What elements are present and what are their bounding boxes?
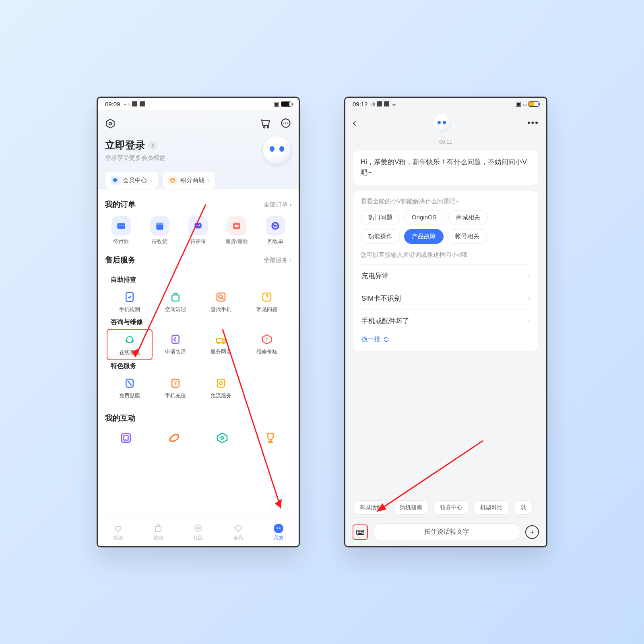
topic-5[interactable]: 帐号相关 — [448, 229, 487, 244]
svg-rect-33 — [218, 379, 225, 387]
order-pending-ship[interactable]: 待收货 — [140, 214, 179, 248]
svc-free-data[interactable]: 免流服务 — [198, 373, 244, 402]
svc-faq[interactable]: 常见问题 — [244, 287, 290, 316]
svc-recharge[interactable]: ¥手机充值 — [153, 373, 198, 402]
svg-text:¥: ¥ — [173, 380, 177, 386]
svc-find-phone[interactable]: 查找手机 — [198, 287, 244, 316]
tab-mine[interactable]: 我的 — [258, 518, 299, 546]
question-1[interactable]: SIM卡不识别› — [361, 287, 531, 310]
svg-point-3 — [267, 127, 269, 128]
status-indicators: ⬥ ◉ ⬛ ⬛ — [124, 101, 145, 107]
order-recycle[interactable]: 回收单 — [256, 214, 295, 248]
svg-rect-40 — [155, 526, 161, 532]
keyboard-toggle[interactable] — [353, 524, 368, 540]
message-icon[interactable] — [280, 118, 291, 129]
group-consult: 咨询与维修 — [107, 316, 290, 329]
add-button[interactable]: + — [525, 525, 539, 539]
svg-point-43 — [198, 528, 198, 528]
svg-point-13 — [196, 225, 198, 226]
svg-point-57 — [362, 531, 363, 532]
svc-repair-price[interactable]: ¥维修价格 — [244, 329, 290, 360]
svg-point-47 — [277, 527, 278, 528]
svg-rect-36 — [124, 436, 128, 440]
login-title[interactable]: 立即登录› — [105, 138, 165, 152]
panel-hint2: 您可以直接输入关键词或像这样问小V哦 — [361, 251, 531, 259]
topic-1[interactable]: OriginOS — [404, 210, 444, 225]
tab-shop[interactable]: 选购 — [138, 518, 178, 546]
svg-point-42 — [196, 528, 197, 528]
more-button[interactable]: ••• — [527, 118, 539, 128]
settings-hex-icon[interactable] — [105, 118, 116, 129]
svg-point-2 — [264, 127, 265, 128]
interact-4[interactable] — [246, 427, 295, 450]
topic-2[interactable]: 商城相关 — [448, 210, 488, 225]
topic-0[interactable]: 热门问题 — [361, 210, 400, 225]
svc-service-point[interactable]: 服务网点 — [198, 329, 244, 360]
all-services-link[interactable]: 全部服务 › — [264, 256, 291, 264]
back-button[interactable]: ‹ — [353, 116, 356, 129]
all-orders-link[interactable]: 全部订单 › — [264, 201, 291, 208]
tab-featured[interactable]: 精选 — [98, 518, 138, 546]
interact-header: 我的互动 — [98, 413, 299, 427]
svc-free-film[interactable]: 免费贴膜 — [107, 373, 153, 402]
chip-member-center[interactable]: 会员中心› — [105, 172, 158, 189]
chip-points-mall[interactable]: 积分商城› — [163, 172, 215, 189]
svg-text:¥: ¥ — [265, 336, 268, 342]
svg-rect-19 — [172, 295, 179, 301]
suggestion-4[interactable]: 以 — [514, 500, 533, 515]
svg-point-48 — [279, 527, 281, 528]
svc-clean[interactable]: 空间清理 — [153, 287, 198, 316]
svg-point-55 — [359, 531, 360, 532]
tab-member[interactable]: 会员 — [218, 518, 258, 546]
bot-avatar — [433, 114, 451, 132]
voice-input[interactable]: 按住说话转文字 — [373, 523, 520, 541]
interact-1[interactable] — [102, 427, 150, 450]
clock: 09:09 — [105, 101, 120, 107]
input-bar: 按住说话转文字 + — [345, 517, 546, 546]
order-refund[interactable]: 退货/退款 — [217, 214, 256, 248]
question-0[interactable]: 充电异常› — [361, 264, 531, 287]
topic-4[interactable]: 产品故障 — [404, 229, 444, 244]
suggestion-0[interactable]: 商城活动 — [353, 500, 389, 515]
service-header: 售后服务 全部服务 › — [98, 251, 299, 269]
svc-apply-aftersale[interactable]: 申请售后 — [153, 329, 198, 360]
interact-2[interactable] — [150, 427, 198, 450]
suggestion-3[interactable]: 机型对比 — [473, 500, 510, 515]
tab-community[interactable]: 社区 — [178, 518, 219, 546]
svg-point-21 — [219, 295, 223, 298]
question-2[interactable]: 手机或配件坏了› — [361, 310, 531, 332]
svc-phone-check[interactable]: 手机检测 — [107, 287, 153, 316]
svg-point-14 — [199, 225, 200, 226]
svg-rect-25 — [217, 339, 223, 343]
topic-3[interactable]: 功能操作 — [361, 229, 400, 244]
order-pending-pay[interactable]: 待付款 — [102, 214, 140, 248]
svc-online-support[interactable]: 在线客服 — [107, 329, 153, 360]
bottom-tabs: 精选 选购 社区 会员 我的 — [98, 518, 299, 546]
screenshot-profile: 09:09 ⬥ ◉ ⬛ ⬛ ▣ 立即登录› 登录享受更多会员权益 会员 — [97, 97, 300, 547]
svg-rect-15 — [233, 223, 240, 229]
svg-point-54 — [358, 531, 359, 532]
svg-point-44 — [199, 528, 200, 528]
group-featured: 特色服务 — [107, 360, 290, 373]
svg-marker-0 — [106, 119, 114, 128]
suggestion-bar: 商城活动购机指南领券中心机型对比以 — [345, 500, 546, 515]
cart-icon[interactable] — [260, 118, 271, 129]
avatar[interactable] — [262, 136, 291, 165]
svg-point-39 — [221, 437, 224, 440]
svg-rect-20 — [217, 293, 225, 301]
status-bar: 09:09 ⬥ ◉ ⬛ ⬛ ▣ — [98, 98, 299, 110]
svg-rect-12 — [195, 223, 202, 228]
status-bar: 09:12 ◑ ⬛ ⬛ ☁ ▣◡ — [345, 98, 546, 110]
orders-grid: 待付款 待收货 待评价 退货/退款 回收单 — [98, 214, 299, 251]
interact-3[interactable] — [198, 427, 247, 450]
suggestion-2[interactable]: 领券中心 — [433, 500, 469, 515]
suggestion-1[interactable]: 购机指南 — [393, 500, 429, 515]
svg-marker-45 — [235, 525, 242, 532]
refresh-button[interactable]: 换一批 — [361, 332, 531, 345]
svg-point-46 — [274, 524, 283, 533]
svg-point-56 — [361, 531, 362, 532]
chat-timestamp: 09:11 — [345, 139, 546, 145]
order-pending-review[interactable]: 待评价 — [179, 214, 218, 248]
topics-panel: 看看全能的小V都能解决什么问题吧~ 热门问题OriginOS商城相关功能操作产品… — [353, 191, 538, 351]
orders-header: 我的订单 全部订单 › — [98, 195, 299, 214]
